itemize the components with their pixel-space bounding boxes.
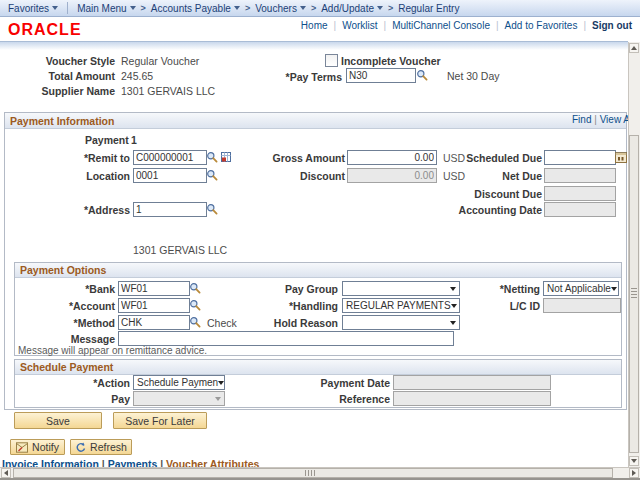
content-top-gradient bbox=[0, 42, 628, 50]
payment-options-header: Payment Options bbox=[15, 263, 621, 278]
nav-divider bbox=[67, 2, 68, 14]
breadcrumb-separator: > bbox=[388, 3, 393, 13]
favorites-menu[interactable]: Favorites bbox=[8, 3, 58, 14]
home-link[interactable]: Home bbox=[301, 20, 328, 31]
supplier-detail-grid-icon[interactable] bbox=[220, 151, 232, 163]
crumb-regular-entry: Regular Entry bbox=[398, 3, 459, 14]
schedule-payment-header: Schedule Payment bbox=[15, 360, 621, 375]
selected-option: REGULAR PAYMENTS bbox=[346, 300, 451, 311]
account-label: *Account bbox=[30, 300, 115, 312]
address-input[interactable] bbox=[133, 202, 207, 217]
refresh-button[interactable]: Refresh bbox=[70, 439, 132, 455]
scroll-left-button[interactable] bbox=[1, 468, 11, 478]
account-input[interactable] bbox=[118, 298, 190, 313]
pay-terms-description: Net 30 Day bbox=[447, 70, 500, 82]
crumb-accounts-payable[interactable]: Accounts Payable bbox=[151, 3, 240, 14]
hold-reason-select[interactable] bbox=[342, 315, 460, 330]
main-menu[interactable]: Main Menu bbox=[77, 3, 135, 14]
pay-terms-input[interactable] bbox=[346, 68, 416, 83]
chevron-down-icon bbox=[377, 6, 383, 10]
pay-select bbox=[133, 391, 225, 406]
incomplete-voucher-label: Incomplete Voucher bbox=[341, 55, 451, 67]
crumb-vouchers[interactable]: Vouchers bbox=[255, 3, 306, 14]
scheduled-due-input[interactable] bbox=[544, 150, 616, 165]
find-viewall-bar: Find | View All bbox=[572, 114, 634, 125]
action-label: *Action bbox=[45, 377, 130, 389]
pay-group-select[interactable] bbox=[342, 281, 460, 296]
discount-input bbox=[347, 168, 437, 183]
add-to-favorites-link[interactable]: Add to Favorites bbox=[505, 20, 578, 31]
discount-label: Discount bbox=[253, 170, 345, 182]
save-button[interactable]: Save bbox=[14, 412, 102, 429]
scroll-down-button[interactable] bbox=[629, 456, 639, 466]
link-separator: | bbox=[334, 20, 337, 31]
section-title: Payment Options bbox=[20, 264, 106, 276]
method-description: Check bbox=[207, 317, 237, 329]
supplier-name-value: 1301 GERVAIS LLC bbox=[121, 85, 215, 97]
incomplete-voucher-checkbox[interactable] bbox=[325, 54, 338, 67]
bank-input[interactable] bbox=[118, 281, 190, 296]
chevron-down-icon bbox=[234, 6, 240, 10]
worklist-link[interactable]: Worklist bbox=[342, 20, 377, 31]
chevron-down-icon bbox=[611, 287, 617, 291]
notify-button[interactable]: Notify bbox=[10, 439, 65, 455]
oracle-logo: ORACLE bbox=[8, 21, 82, 39]
breadcrumb: Favorites Main Menu > Accounts Payable >… bbox=[0, 0, 640, 17]
message-input[interactable] bbox=[118, 331, 454, 346]
location-label: Location bbox=[40, 170, 130, 182]
find-link[interactable]: Find bbox=[572, 114, 591, 125]
netting-select[interactable]: Not Applicable bbox=[543, 281, 619, 296]
multichannel-console-link[interactable]: MultiChannel Console bbox=[392, 20, 490, 31]
discount-due-input bbox=[544, 186, 616, 201]
link-separator: | bbox=[384, 20, 387, 31]
crumb-add-update[interactable]: Add/Update bbox=[321, 3, 383, 14]
lookup-icon[interactable] bbox=[189, 282, 201, 294]
lookup-icon[interactable] bbox=[189, 316, 201, 328]
lookup-icon[interactable] bbox=[206, 151, 218, 163]
lookup-icon[interactable] bbox=[189, 299, 201, 311]
chevron-down-icon bbox=[450, 321, 456, 325]
reference-input bbox=[393, 391, 551, 406]
scroll-up-button[interactable] bbox=[629, 43, 639, 53]
favorites-label: Favorites bbox=[8, 3, 49, 14]
discount-due-label: Discount Due bbox=[450, 188, 542, 200]
arrow-up-icon bbox=[631, 46, 637, 50]
section-title: Payment Information bbox=[10, 115, 114, 127]
breadcrumb-separator: > bbox=[245, 3, 250, 13]
handling-select[interactable]: REGULAR PAYMENTS bbox=[342, 298, 460, 313]
lookup-icon[interactable] bbox=[416, 69, 428, 81]
main-menu-label: Main Menu bbox=[77, 3, 126, 14]
address-label: *Address bbox=[40, 204, 130, 216]
calendar-icon[interactable] bbox=[615, 151, 627, 163]
remit-to-label: *Remit to bbox=[40, 152, 130, 164]
lc-id-input bbox=[543, 298, 621, 313]
link-separator: | bbox=[496, 20, 499, 31]
lookup-icon[interactable] bbox=[206, 169, 218, 181]
refresh-label: Refresh bbox=[90, 441, 127, 453]
action-select[interactable]: Schedule Paymen bbox=[133, 375, 225, 390]
voucher-style-label: Voucher Style bbox=[0, 55, 115, 67]
crumb-label: Accounts Payable bbox=[151, 3, 231, 14]
accounting-date-input bbox=[544, 202, 616, 217]
refresh-icon bbox=[75, 442, 86, 453]
lookup-icon[interactable] bbox=[206, 203, 218, 215]
accounting-date-label: Accounting Date bbox=[450, 204, 542, 216]
chevron-down-icon bbox=[215, 397, 221, 401]
save-for-later-button[interactable]: Save For Later bbox=[113, 412, 207, 429]
lc-id-label: L/C ID bbox=[465, 300, 540, 312]
hold-reason-label: Hold Reason bbox=[248, 317, 338, 329]
location-input[interactable] bbox=[133, 168, 207, 183]
arrow-right-icon bbox=[632, 470, 636, 476]
supplier-name-label: Supplier Name bbox=[0, 85, 115, 97]
crumb-label: Add/Update bbox=[321, 3, 374, 14]
remit-to-input[interactable] bbox=[133, 150, 207, 165]
scroll-right-button[interactable] bbox=[629, 468, 639, 478]
voucher-style-value: Regular Voucher bbox=[121, 55, 199, 67]
gross-amount-input[interactable] bbox=[347, 150, 437, 165]
link-separator: | bbox=[594, 114, 597, 125]
method-label: *Method bbox=[30, 317, 115, 329]
sign-out-link[interactable]: Sign out bbox=[592, 20, 632, 31]
payment-information-header: Payment Information bbox=[5, 113, 626, 129]
method-input[interactable] bbox=[118, 315, 190, 330]
total-amount-value: 245.65 bbox=[121, 70, 153, 82]
